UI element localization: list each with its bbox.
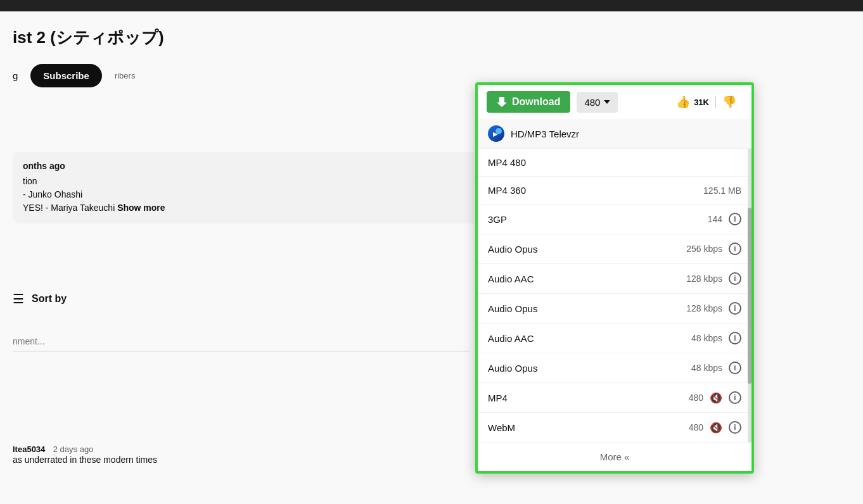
dropdown-item-mp4-360[interactable]: MP4 360 125.1 MB	[478, 177, 751, 205]
dropdown-item-opus-128[interactable]: Audio Opus 128 kbps i	[478, 294, 751, 324]
comment-text: as underrated in these modern times	[13, 455, 157, 465]
info-icon-5[interactable]: i	[729, 302, 741, 315]
dropdown-item-detail-7: 48 kbps	[691, 363, 722, 373]
speaker-mute-icon-9: 🔇	[710, 422, 722, 434]
dropdown-dislike-button[interactable]: 👍	[716, 91, 743, 113]
dropdown-item-opus-48[interactable]: Audio Opus 48 kbps i	[478, 353, 751, 383]
download-dropdown-panel: Download 480 👍 31K 👍 HD/	[475, 82, 754, 474]
description-area: onths ago tion - Junko Ohashi YES! - Mar…	[13, 152, 482, 224]
dropdown-item-label-3: Audio Opus	[488, 244, 680, 255]
desc-line1: tion	[23, 176, 37, 186]
dropdown-items-list: MP4 480 MP4 360 125.1 MB 3GP 144 i Audio…	[478, 149, 751, 443]
scroll-thumb[interactable]	[748, 208, 751, 384]
info-icon-7[interactable]: i	[729, 362, 741, 374]
dropdown-televzr-label: HD/MP3 Televzr	[511, 129, 741, 139]
desc-line3: YES! - Mariya Takeuchi	[23, 203, 115, 213]
dropdown-chevron-icon	[604, 100, 610, 104]
sort-icon: ☰	[13, 291, 24, 306]
subscribe-button[interactable]: Subscribe	[30, 64, 102, 87]
comment-time: 2 days ago	[53, 444, 94, 454]
info-icon-4[interactable]: i	[729, 272, 741, 285]
info-icon-8[interactable]: i	[729, 391, 741, 404]
dropdown-item-label-2: 3GP	[488, 214, 701, 225]
dropdown-item-detail-9: 480	[689, 422, 703, 432]
dropdown-item-detail-3: 256 kbps	[686, 244, 722, 254]
dropdown-download-arrow-icon	[497, 97, 507, 107]
more-button[interactable]: More «	[478, 443, 751, 471]
desc-text: tion - Junko Ohashi YES! - Mariya Takeuc…	[23, 175, 471, 215]
channel-name[interactable]: g	[13, 70, 18, 81]
dropdown-item-detail-5: 128 kbps	[686, 303, 722, 313]
dropdown-quality-select[interactable]: 480	[577, 92, 618, 113]
show-more-link[interactable]: Show more	[117, 203, 165, 213]
info-icon-3[interactable]: i	[729, 243, 741, 255]
dropdown-like-button[interactable]: 👍 31K	[670, 91, 715, 113]
dropdown-item-label-6: Audio AAC	[488, 333, 685, 344]
scroll-track	[748, 149, 751, 443]
televzr-icon	[488, 125, 504, 142]
dropdown-thumb-down-icon: 👍	[722, 95, 736, 109]
top-bar	[0, 0, 863, 11]
dropdown-thumb-up-icon: 👍	[676, 95, 690, 109]
comment-input[interactable]	[13, 336, 469, 346]
sort-label[interactable]: Sort by	[32, 293, 67, 305]
info-icon-9[interactable]: i	[729, 421, 741, 434]
dropdown-item-mp4-480[interactable]: MP4 480	[478, 149, 751, 177]
desc-line2: - Junko Ohashi	[23, 189, 82, 199]
comment-item: ltea5034 2 days ago as underrated in the…	[13, 443, 157, 465]
page-background: ist 2 (シティポップ) g Subscribe ribers onths …	[0, 0, 863, 504]
dropdown-item-detail-6: 48 kbps	[691, 333, 722, 343]
dropdown-item-label-4: Audio AAC	[488, 274, 680, 284]
dropdown-download-button[interactable]: Download	[487, 91, 570, 113]
dropdown-item-detail-4: 128 kbps	[686, 274, 722, 284]
dropdown-item-size-1: 125.1 MB	[703, 186, 741, 196]
title-area: ist 2 (シティポップ)	[0, 11, 863, 49]
info-icon-6[interactable]: i	[729, 332, 741, 344]
dropdown-item-aac-128[interactable]: Audio AAC 128 kbps i	[478, 264, 751, 294]
dropdown-item-label-9: WebM	[488, 422, 682, 433]
mute-icon-8: 🔇	[710, 392, 722, 404]
info-icon-2[interactable]: i	[729, 213, 741, 225]
comment-user[interactable]: ltea5034	[13, 444, 45, 454]
dropdown-header: Download 480 👍 31K 👍	[478, 85, 751, 119]
dropdown-item-detail-8: 480	[689, 393, 703, 403]
desc-meta: onths ago	[23, 161, 471, 171]
dropdown-item-label-5: Audio Opus	[488, 303, 680, 314]
dropdown-like-group: 👍 31K 👍	[670, 91, 743, 113]
speaker-mute-icon: 🔇	[710, 392, 722, 404]
dropdown-item-aac-48[interactable]: Audio AAC 48 kbps i	[478, 324, 751, 353]
televzr-logo	[488, 125, 504, 142]
dropdown-item-label-1: MP4 360	[488, 185, 697, 196]
dropdown-item-label-8: MP4	[488, 393, 682, 403]
mute-icon-9: 🔇	[710, 422, 722, 434]
subscribers-count: ribers	[115, 71, 136, 80]
dropdown-item-opus-256[interactable]: Audio Opus 256 kbps i	[478, 234, 751, 264]
dropdown-item-label-0: MP4 480	[488, 157, 741, 168]
dropdown-item-webm-480[interactable]: WebM 480 🔇 i	[478, 413, 751, 443]
sort-area: ☰ Sort by	[13, 291, 67, 306]
page-title: ist 2 (シティポップ)	[13, 27, 863, 49]
dropdown-item-mp4-480-mute[interactable]: MP4 480 🔇 i	[478, 383, 751, 413]
dropdown-item-3gp[interactable]: 3GP 144 i	[478, 205, 751, 234]
dropdown-televzr-row[interactable]: HD/MP3 Televzr	[478, 119, 751, 149]
dropdown-item-detail-2: 144	[708, 214, 722, 224]
dropdown-item-label-7: Audio Opus	[488, 363, 685, 374]
comment-area	[13, 336, 469, 351]
